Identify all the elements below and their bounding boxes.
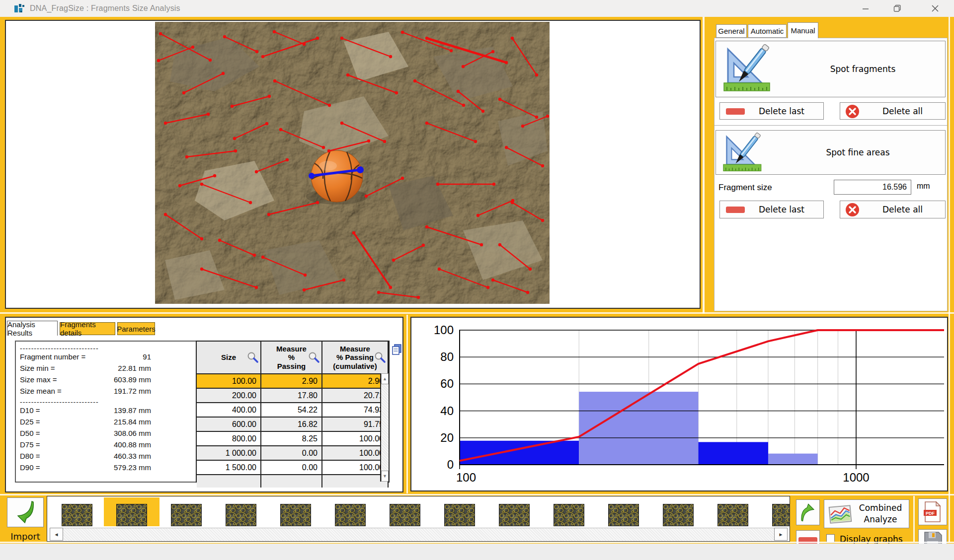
combined-analyze-button[interactable]: Combined Analyze	[824, 499, 909, 528]
table-cell[interactable]: 200.00	[197, 389, 261, 402]
analysis-stats-box[interactable]: ----------------------------Fragment num…	[15, 341, 198, 483]
image-thumbnail[interactable]	[390, 504, 420, 526]
table-row[interactable]: 100.002.902.90	[197, 374, 389, 389]
stat-label: D90 =	[20, 463, 95, 472]
table-row[interactable]: 800.008.25100.00	[197, 432, 389, 446]
spot-fragments-label: Spot fragments	[781, 64, 945, 74]
tab-analysis-results[interactable]: Analysis Results	[7, 321, 58, 336]
rock-photo[interactable]	[155, 22, 550, 304]
table-cell[interactable]: 100.00	[322, 432, 389, 445]
table-cell[interactable]: 91.75	[322, 418, 389, 431]
stat-line: D75 =400.88 mm	[20, 440, 197, 452]
table-cell[interactable]: 0.00	[261, 446, 322, 460]
size-distribution-chart: 0204060801001001000	[411, 318, 947, 490]
app-window: DNA_FragSize : Fragments Size Analysis	[0, 0, 954, 544]
table-scroll-down[interactable]: ▼	[381, 471, 389, 482]
table-cell[interactable]: 400.00	[197, 403, 261, 417]
tab-general[interactable]: General	[716, 24, 747, 38]
thumbnail-scrollbar-track[interactable]	[63, 528, 774, 541]
image-thumbnail[interactable]	[608, 504, 639, 526]
image-viewer-panel	[5, 20, 701, 309]
table-cell[interactable]: 100.00	[322, 446, 389, 460]
window-title: DNA_FragSize : Fragments Size Analysis	[30, 4, 180, 13]
tab-fragments-details[interactable]: Fragments details	[60, 322, 115, 335]
image-thumbnail[interactable]	[171, 504, 202, 526]
close-button[interactable]	[921, 0, 949, 17]
y-tick-label: 80	[440, 350, 454, 363]
delete-last-fragments-button[interactable]: Delete last	[719, 102, 824, 120]
restore-button[interactable]	[883, 0, 911, 17]
spot-fragments-button[interactable]: Spot fragments	[716, 41, 946, 97]
thumbnail-scroll-left[interactable]: ◄	[50, 528, 63, 541]
table-row[interactable]: 600.0016.8291.75	[197, 418, 389, 432]
red-dash-icon	[726, 108, 745, 115]
table-cell[interactable]: 0.00	[261, 461, 322, 474]
search-icon[interactable]	[247, 351, 259, 363]
table-cell[interactable]: 1 500.00	[197, 461, 261, 474]
search-icon[interactable]	[374, 351, 386, 363]
image-thumbnail[interactable]	[663, 504, 694, 526]
combined-analyze-label-2: Analyze	[854, 514, 907, 525]
table-cell[interactable]: 17.80	[261, 389, 322, 402]
table-cell[interactable]: 54.22	[261, 403, 322, 417]
image-thumbnail[interactable]	[335, 504, 366, 526]
search-icon[interactable]	[308, 351, 320, 363]
tab-parameters[interactable]: Parameters	[117, 322, 155, 335]
delete-last-fine-areas-button[interactable]: Delete last	[719, 201, 824, 218]
table-cell[interactable]: 2.90	[261, 374, 322, 388]
red-circle-x-icon	[845, 104, 860, 119]
minimize-button[interactable]	[852, 0, 879, 17]
table-cell[interactable]: 100.00	[197, 374, 261, 388]
image-thumbnail[interactable]	[62, 504, 92, 526]
separator	[0, 312, 954, 314]
table-cell[interactable]: 16.82	[261, 418, 322, 431]
delete-all-fragments-button[interactable]: Delete all	[840, 102, 946, 120]
column-header[interactable]: Size	[197, 342, 261, 373]
table-cell[interactable]: 20.71	[322, 389, 389, 402]
table-row[interactable]: 200.0017.8020.71	[197, 389, 389, 403]
image-thumbnail[interactable]	[717, 504, 748, 526]
table-row[interactable]: 1 000.000.00100.00	[197, 446, 389, 461]
table-cell[interactable]: 600.00	[197, 418, 261, 431]
table-cell[interactable]: 1 000.00	[197, 446, 261, 460]
import-arrow-icon	[13, 500, 38, 525]
stat-label: Size max =	[20, 375, 95, 384]
delete-all-fine-areas-button[interactable]: Delete all	[840, 201, 946, 218]
table-cell[interactable]: 800.00	[197, 432, 261, 445]
image-thumbnail[interactable]	[499, 504, 530, 526]
column-header[interactable]: Measure%Passing	[261, 342, 322, 373]
import-button[interactable]	[7, 497, 44, 527]
table-cell[interactable]: 74.93	[322, 403, 389, 417]
image-thumbnail[interactable]	[226, 504, 256, 526]
thumbnail-scroll-right[interactable]: ►	[774, 528, 788, 541]
stat-value: 191.72 mm	[95, 387, 151, 395]
stat-value: 139.87 mm	[95, 406, 151, 415]
image-thumbnail[interactable]	[280, 504, 311, 526]
spot-fine-areas-button[interactable]: Spot fine areas	[716, 130, 946, 175]
export-pdf-button[interactable]: PDF	[918, 498, 947, 525]
tab-manual[interactable]: Manual	[788, 22, 818, 38]
stat-label: D10 =	[20, 406, 95, 415]
tab-automatic[interactable]: Automatic	[748, 24, 787, 38]
copy-table-icon[interactable]	[392, 344, 402, 355]
table-cell[interactable]: 100.00	[322, 461, 389, 474]
table-scrollbar[interactable]: ▲ ▼	[380, 373, 389, 482]
table-scroll-up[interactable]: ▲	[381, 373, 389, 384]
table-cell[interactable]: 8.25	[261, 432, 322, 445]
image-thumbnail[interactable]	[772, 504, 790, 526]
table-row[interactable]: 1 500.000.00100.00	[197, 461, 389, 475]
export-button[interactable]	[796, 499, 820, 525]
stat-label: Fragment number =	[20, 352, 95, 361]
separator	[913, 496, 915, 542]
column-header[interactable]: Measure% Passing(cumulative)	[322, 342, 389, 373]
table-row[interactable]: 400.0054.2274.93	[197, 403, 389, 418]
image-thumbnail[interactable]	[116, 504, 147, 526]
spot-fine-areas-label: Spot fine areas	[771, 147, 945, 157]
stat-value: 460.33 mm	[95, 452, 151, 460]
fragment-size-input[interactable]	[834, 180, 911, 195]
table-cell[interactable]: 2.90	[322, 374, 389, 388]
stat-line: D25 =215.84 mm	[20, 418, 197, 429]
stat-value: 22.81 mm	[95, 364, 151, 372]
image-thumbnail[interactable]	[444, 504, 475, 526]
image-thumbnail[interactable]	[554, 504, 584, 526]
